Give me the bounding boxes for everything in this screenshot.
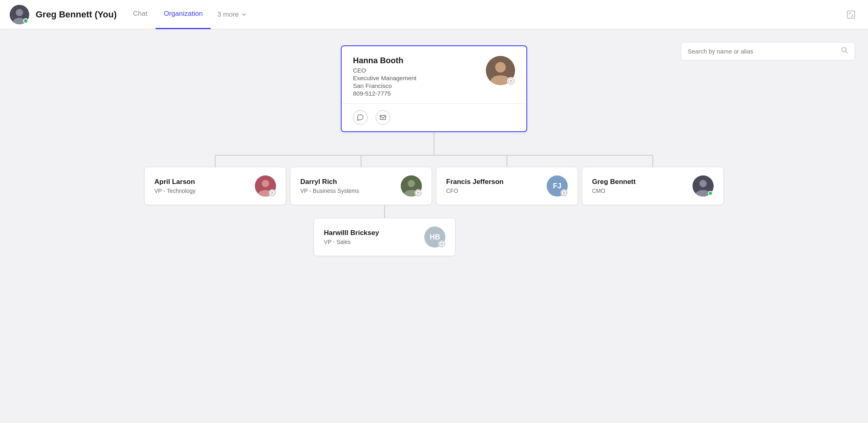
francis-name: Francis Jefferson bbox=[446, 178, 504, 186]
svg-point-20 bbox=[699, 180, 707, 187]
ceo-card[interactable]: Hanna Booth CEO Executive Management San… bbox=[341, 45, 527, 132]
harwilll-name: Harwilll Bricksey bbox=[324, 229, 379, 237]
harwilll-role: VP - Sales bbox=[324, 239, 379, 245]
ceo-connector bbox=[0, 132, 868, 156]
child-col-april: April Larson VP - Technology bbox=[142, 156, 288, 205]
april-remove-badge[interactable] bbox=[269, 189, 276, 197]
child-info-april: April Larson VP - Technology bbox=[154, 178, 195, 194]
child-card-darryl[interactable]: Darryl Rich VP - Business Systems bbox=[290, 167, 432, 205]
child-info-harwilll: Harwilll Bricksey VP - Sales bbox=[324, 229, 379, 245]
horizontal-line bbox=[215, 155, 653, 156]
svg-point-1 bbox=[16, 9, 23, 16]
harwilll-avatar: HB bbox=[424, 226, 445, 248]
header-tabs: Chat Organization 3 more bbox=[125, 0, 253, 29]
ceo-remove-badge[interactable] bbox=[507, 77, 515, 85]
tab-more[interactable]: 3 more bbox=[211, 0, 253, 29]
chat-action-button[interactable] bbox=[353, 110, 368, 125]
child-card-harwilll[interactable]: Harwilll Bricksey VP - Sales HB bbox=[314, 218, 455, 256]
svg-point-6 bbox=[495, 62, 506, 73]
harwilll-initials: HB bbox=[430, 233, 440, 241]
child-info-darryl: Darryl Rich VP - Business Systems bbox=[300, 178, 359, 194]
april-role: VP - Technology bbox=[154, 188, 195, 194]
expand-icon bbox=[847, 10, 855, 19]
online-status-dot bbox=[23, 18, 28, 24]
ceo-avatar bbox=[486, 56, 515, 85]
search-bar bbox=[681, 42, 855, 60]
ceo-name: Hanna Booth bbox=[353, 56, 417, 65]
ceo-phone: 809-512-7775 bbox=[353, 90, 417, 97]
harwilll-remove-badge[interactable] bbox=[438, 240, 445, 248]
chevron-down-icon bbox=[241, 12, 247, 17]
grandchild-section: Harwilll Bricksey VP - Sales HB bbox=[0, 205, 868, 256]
user-avatar[interactable] bbox=[10, 5, 29, 24]
svg-rect-3 bbox=[847, 11, 855, 18]
svg-rect-9 bbox=[380, 115, 386, 120]
darryl-remove-badge[interactable] bbox=[415, 189, 422, 197]
svg-point-4 bbox=[842, 47, 846, 52]
children-row: April Larson VP - Technology bbox=[0, 156, 868, 205]
child-col-darryl: Darryl Rich VP - Business Systems bbox=[288, 156, 434, 205]
francis-initials: FJ bbox=[553, 182, 561, 190]
vertical-line-francis bbox=[507, 156, 507, 167]
april-name: April Larson bbox=[154, 178, 195, 186]
spacer-col1 bbox=[215, 205, 314, 256]
grandchild-connector-row: Harwilll Bricksey VP - Sales HB bbox=[215, 205, 653, 256]
header-user-name: Greg Bennett (You) bbox=[36, 9, 117, 20]
header-left: Greg Bennett (You) bbox=[10, 5, 117, 24]
ceo-actions bbox=[353, 104, 515, 131]
tab-organization[interactable]: Organization bbox=[156, 0, 211, 29]
header: Greg Bennett (You) Chat Organization 3 m… bbox=[0, 0, 868, 29]
ceo-card-top: Hanna Booth CEO Executive Management San… bbox=[353, 56, 515, 97]
expand-button[interactable] bbox=[844, 7, 858, 22]
child-info-francis: Francis Jefferson CFO bbox=[446, 178, 504, 194]
child-card-francis[interactable]: Francis Jefferson CFO FJ bbox=[436, 167, 578, 205]
vertical-line-harwilll bbox=[384, 205, 385, 218]
search-container bbox=[681, 42, 855, 60]
search-icon bbox=[841, 47, 848, 56]
svg-point-11 bbox=[262, 180, 269, 187]
francis-avatar: FJ bbox=[547, 175, 568, 197]
spacer-col3 bbox=[455, 205, 554, 256]
vertical-line-darryl bbox=[361, 156, 361, 167]
darryl-name: Darryl Rich bbox=[300, 178, 359, 186]
child-card-greg[interactable]: Greg Bennett CMO bbox=[582, 167, 724, 205]
grandchild-col: Harwilll Bricksey VP - Sales HB bbox=[314, 205, 455, 256]
greg-status-dot bbox=[708, 191, 713, 196]
ceo-info: Hanna Booth CEO Executive Management San… bbox=[353, 56, 417, 97]
greg-name: Greg Bennett bbox=[592, 178, 636, 186]
vertical-line-april bbox=[215, 156, 216, 167]
francis-remove-badge[interactable] bbox=[560, 189, 568, 197]
greg-role: CMO bbox=[592, 188, 636, 194]
child-col-greg: Greg Bennett CMO bbox=[580, 156, 726, 205]
spacer-col4 bbox=[554, 205, 653, 256]
child-card-april[interactable]: April Larson VP - Technology bbox=[144, 167, 286, 205]
header-right bbox=[844, 7, 858, 22]
ceo-department: Executive Management bbox=[353, 75, 417, 81]
child-info-greg: Greg Bennett CMO bbox=[592, 178, 636, 194]
email-action-button[interactable] bbox=[376, 110, 390, 125]
francis-role: CFO bbox=[446, 188, 504, 194]
ceo-location: San Francisco bbox=[353, 82, 417, 89]
april-avatar bbox=[255, 175, 276, 197]
svg-point-15 bbox=[408, 180, 415, 187]
child-col-francis: Francis Jefferson CFO FJ bbox=[434, 156, 580, 205]
org-chart: Hanna Booth CEO Executive Management San… bbox=[0, 29, 868, 256]
darryl-role: VP - Business Systems bbox=[300, 188, 359, 194]
vertical-line-ceo bbox=[434, 132, 434, 155]
ceo-title: CEO bbox=[353, 67, 417, 74]
search-input[interactable] bbox=[688, 48, 837, 55]
tab-chat[interactable]: Chat bbox=[125, 0, 156, 29]
greg-avatar bbox=[693, 175, 714, 197]
darryl-avatar bbox=[401, 175, 422, 197]
vertical-line-greg bbox=[652, 156, 653, 167]
